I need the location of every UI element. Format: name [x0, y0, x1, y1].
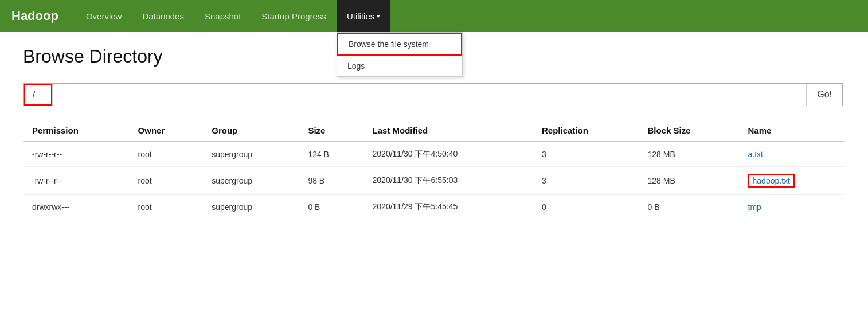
cell-size: 98 B: [299, 167, 363, 195]
go-button[interactable]: Go!: [806, 84, 842, 106]
nav-item-utilities-dropdown[interactable]: Utilities ▾ Browse the file system Logs: [337, 0, 390, 32]
col-name: Name: [739, 120, 845, 142]
navbar-brand[interactable]: Hadoop: [11, 9, 58, 24]
cell-group: supergroup: [202, 195, 299, 220]
col-group: Group: [202, 120, 299, 142]
cell-group: supergroup: [202, 142, 299, 167]
path-prefix: /: [24, 84, 52, 106]
cell-name[interactable]: a.txt: [739, 142, 845, 167]
cell-permission: -rw-r--r--: [23, 142, 129, 167]
table-row: -rw-r--r--rootsupergroup124 B2020/11/30 …: [23, 142, 845, 167]
file-table: Permission Owner Group Size Last Modifie…: [23, 120, 845, 219]
col-replication: Replication: [533, 120, 639, 142]
nav-item-datanodes[interactable]: Datanodes: [132, 0, 194, 32]
cell-size: 124 B: [299, 142, 363, 167]
cell-block-size: 128 MB: [639, 142, 739, 167]
nav-item-startup-progress[interactable]: Startup Progress: [251, 0, 337, 32]
table-header: Permission Owner Group Size Last Modifie…: [23, 120, 845, 142]
cell-permission: drwxrwx---: [23, 195, 129, 220]
path-bar: / Go!: [23, 83, 843, 106]
col-permission: Permission: [23, 120, 129, 142]
cell-replication: 0: [533, 195, 639, 220]
cell-replication: 3: [533, 142, 639, 167]
table-body: -rw-r--r--rootsupergroup124 B2020/11/30 …: [23, 142, 845, 219]
cell-name[interactable]: hadoop.txt: [739, 167, 845, 195]
cell-size: 0 B: [299, 195, 363, 220]
cell-owner: root: [129, 167, 203, 195]
cell-group: supergroup: [202, 167, 299, 195]
file-link-hadoop.txt[interactable]: hadoop.txt: [748, 174, 795, 188]
utilities-dropdown-menu: Browse the file system Logs: [337, 32, 463, 77]
cell-last-modified: 2020/11/30 下午4:50:40: [363, 142, 533, 167]
cell-permission: -rw-r--r--: [23, 167, 129, 195]
cell-owner: root: [129, 142, 203, 167]
col-owner: Owner: [129, 120, 203, 142]
table-row: -rw-r--r--rootsupergroup98 B2020/11/30 下…: [23, 167, 845, 195]
chevron-down-icon: ▾: [377, 13, 380, 20]
cell-block-size: 0 B: [639, 195, 739, 220]
table-row: drwxrwx---rootsupergroup0 B2020/11/29 下午…: [23, 195, 845, 220]
col-last-modified: Last Modified: [363, 120, 533, 142]
cell-owner: root: [129, 195, 203, 220]
col-size: Size: [299, 120, 363, 142]
col-block-size: Block Size: [639, 120, 739, 142]
dropdown-item-logs[interactable]: Logs: [337, 56, 462, 76]
cell-replication: 3: [533, 167, 639, 195]
cell-name[interactable]: tmp: [739, 195, 845, 220]
dropdown-item-browse-fs[interactable]: Browse the file system: [337, 33, 462, 56]
file-link-tmp[interactable]: tmp: [748, 202, 761, 212]
nav-item-snapshot[interactable]: Snapshot: [194, 0, 251, 32]
file-link-a.txt[interactable]: a.txt: [748, 150, 763, 159]
navbar: Hadoop Overview Datanodes Snapshot Start…: [0, 0, 868, 32]
nav-item-overview[interactable]: Overview: [76, 0, 132, 32]
nav-item-utilities[interactable]: Utilities ▾: [337, 0, 390, 32]
cell-block-size: 128 MB: [639, 167, 739, 195]
path-input[interactable]: [52, 84, 806, 106]
cell-last-modified: 2020/11/29 下午5:45:45: [363, 195, 533, 220]
cell-last-modified: 2020/11/30 下午6:55:03: [363, 167, 533, 195]
